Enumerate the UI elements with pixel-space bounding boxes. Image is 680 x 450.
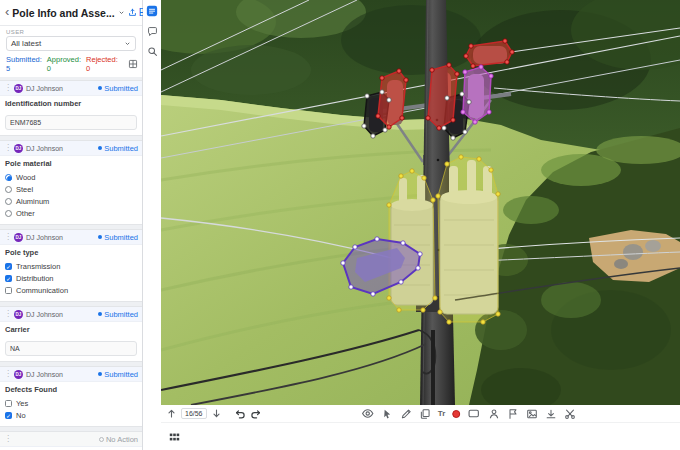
photo-canvas[interactable] [161, 0, 680, 405]
checkbox-option-distribution[interactable]: ✓Distribution [5, 272, 137, 284]
pen-tool-icon[interactable] [400, 408, 412, 420]
visibility-eye-icon[interactable] [361, 407, 374, 420]
annotation-vertex-handle[interactable] [445, 96, 449, 100]
title-chevron-down-icon[interactable] [118, 9, 125, 16]
flag-icon[interactable] [507, 408, 519, 420]
annotations-panel-icon[interactable] [146, 5, 158, 17]
checkbox-icon[interactable] [5, 400, 12, 407]
annotation-vertex-handle[interactable] [401, 241, 405, 245]
annotation-vertex-handle[interactable] [418, 252, 422, 256]
duplicate-tool-icon[interactable] [419, 408, 431, 420]
thumbnails-grid-icon[interactable] [168, 431, 181, 443]
annotation-vertex-handle[interactable] [371, 134, 375, 138]
annotation-vertex-handle[interactable] [380, 90, 384, 94]
annotation-vertex-handle[interactable] [451, 136, 455, 140]
annotation-vertex-handle[interactable] [362, 124, 366, 128]
search-icon[interactable] [147, 46, 158, 57]
annotation-vertex-handle[interactable] [431, 198, 435, 202]
annotation-vertex-handle[interactable] [365, 94, 369, 98]
annotation-vertex-handle[interactable] [451, 118, 455, 122]
annotation-vertex-handle[interactable] [489, 74, 493, 78]
annotation-vertex-handle[interactable] [442, 126, 446, 130]
checkbox-option-communication[interactable]: Communication [5, 284, 137, 296]
annotation-vertex-handle[interactable] [433, 296, 437, 300]
radio-option-other[interactable]: Other [5, 207, 137, 219]
annotation-vertex-handle[interactable] [399, 174, 403, 178]
scissors-icon[interactable] [564, 408, 576, 420]
annotation-vertex-handle[interactable] [430, 68, 434, 72]
annotation-vertex-handle[interactable] [481, 320, 485, 324]
annotation-vertex-handle[interactable] [397, 69, 401, 73]
annotation-vertex-handle[interactable] [341, 261, 345, 265]
transformer-annotation-left[interactable] [389, 171, 435, 310]
drag-handle-icon[interactable]: ⋮ [4, 435, 11, 443]
radio-option-wood[interactable]: Wood [5, 171, 137, 183]
annotation-vertex-handle[interactable] [380, 76, 384, 80]
annotation-vertex-handle[interactable] [471, 64, 475, 68]
radio-option-aluminum[interactable]: Aluminum [5, 195, 137, 207]
checkbox-option-no[interactable]: ✓No [5, 409, 137, 421]
checkbox-icon[interactable] [5, 287, 12, 294]
annotation-vertex-handle[interactable] [383, 128, 387, 132]
annotation-vertex-handle[interactable] [387, 98, 391, 102]
redo-icon[interactable] [250, 408, 262, 420]
annotation-vertex-handle[interactable] [353, 245, 357, 249]
annotation-vertex-handle[interactable] [467, 100, 471, 104]
annotation-vertex-handle[interactable] [463, 130, 467, 134]
annotation-vertex-handle[interactable] [496, 312, 500, 316]
annotation-vertex-handle[interactable] [464, 54, 468, 58]
annotation-vertex-handle[interactable] [387, 203, 391, 207]
annotation-vertex-handle[interactable] [438, 310, 442, 314]
annotation-vertex-handle[interactable] [422, 176, 426, 180]
label-version-select[interactable]: All latest [6, 36, 136, 51]
annotation-vertex-handle[interactable] [400, 116, 404, 120]
radio-icon[interactable] [5, 210, 12, 217]
insulator-annotation-magenta[interactable] [463, 67, 491, 122]
download-icon[interactable] [545, 408, 557, 420]
annotation-vertex-handle[interactable] [460, 92, 464, 96]
next-image-icon[interactable] [211, 408, 222, 419]
status-badge[interactable]: Submitted [98, 370, 138, 379]
checkbox-option-transmission[interactable]: ✓Transmission [5, 260, 137, 272]
annotation-vertex-handle[interactable] [376, 114, 380, 118]
annotation-vertex-handle[interactable] [505, 60, 509, 64]
text-tool-icon[interactable]: Tr [438, 409, 446, 418]
status-badge[interactable]: Submitted [98, 84, 138, 93]
annotation-vertex-handle[interactable] [404, 78, 408, 82]
annotation-vertex-handle[interactable] [397, 308, 401, 312]
annotation-vertex-handle[interactable] [371, 292, 375, 296]
annotation-vertex-handle[interactable] [459, 155, 463, 159]
checkbox-option-yes[interactable]: Yes [5, 397, 137, 409]
annotation-vertex-handle[interactable] [455, 72, 459, 76]
status-badge[interactable]: Submitted [98, 310, 138, 319]
annotation-vertex-handle[interactable] [349, 285, 353, 289]
drag-handle-icon[interactable]: ⋮ [4, 84, 11, 92]
annotation-vertex-handle[interactable] [426, 116, 430, 120]
annotation-vertex-handle[interactable] [469, 44, 473, 48]
point-tool-active-icon[interactable] [452, 410, 460, 418]
annotation-vertex-handle[interactable] [463, 70, 467, 74]
checkbox-icon[interactable]: ✓ [5, 275, 12, 282]
annotation-vertex-handle[interactable] [387, 296, 391, 300]
drag-handle-icon[interactable]: ⋮ [4, 370, 11, 378]
back-icon[interactable]: ‹ [5, 5, 9, 18]
annotation-vertex-handle[interactable] [410, 169, 414, 173]
annotation-vertex-handle[interactable] [503, 39, 507, 43]
drag-handle-icon[interactable]: ⋮ [4, 144, 11, 152]
annotation-vertex-handle[interactable] [421, 308, 425, 312]
select-cursor-icon[interactable] [381, 408, 393, 420]
undo-icon[interactable] [234, 408, 246, 420]
previous-image-icon[interactable] [166, 408, 177, 419]
annotation-vertex-handle[interactable] [445, 162, 449, 166]
annotation-vertex-handle[interactable] [489, 168, 493, 172]
drag-handle-icon[interactable]: ⋮ [4, 310, 11, 318]
annotation-vertex-handle[interactable] [447, 63, 451, 67]
transformer-annotation-right[interactable] [438, 157, 498, 322]
assign-person-icon[interactable] [488, 408, 500, 420]
annotation-vertex-handle[interactable] [461, 110, 465, 114]
status-badge[interactable]: Submitted [98, 233, 138, 242]
annotation-vertex-handle[interactable] [437, 126, 441, 130]
status-badge[interactable]: Submitted [98, 144, 138, 153]
annotation-vertex-handle[interactable] [496, 192, 500, 196]
annotation-vertex-handle[interactable] [510, 50, 514, 54]
